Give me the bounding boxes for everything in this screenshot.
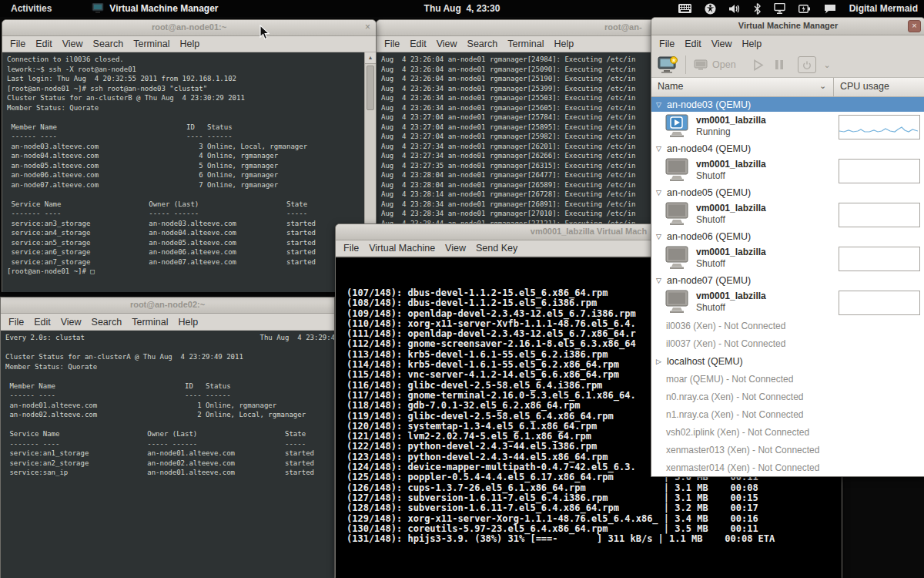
expander-open-icon[interactable]: ▽ (656, 277, 667, 284)
menu-file[interactable]: File (343, 243, 359, 254)
host-row-an-node07[interactable]: ▽ an-node07 (QEMU) (651, 273, 924, 287)
host-row-il0036[interactable]: il0036 (Xen) - Not Connected (651, 317, 924, 334)
focused-app-title: Virtual Machine Manager (109, 3, 218, 14)
bluetooth-icon[interactable] (754, 3, 761, 15)
scroll-up-icon[interactable]: ▴ (365, 52, 376, 64)
host-label: il0037 (Xen) - Not Connected (666, 338, 785, 349)
clock[interactable]: Thu Aug 4, 23:30 (424, 3, 500, 14)
expander-open-icon[interactable]: ▽ (656, 101, 667, 109)
menu-help[interactable]: Help (178, 317, 198, 328)
battery-icon[interactable] (798, 4, 811, 14)
menu-help[interactable]: Help (179, 39, 199, 49)
host-row-n1-nray[interactable]: n1.nray.ca (Xen) - Not Connected (651, 405, 924, 423)
menu-view[interactable]: View (445, 243, 466, 254)
host-row-localhost[interactable]: ▷ localhost (QEMU) (651, 352, 924, 370)
terminal-window-an-node01[interactable]: root@an-node01:~ × File Edit View Search… (2, 19, 377, 292)
volume-icon[interactable] (729, 4, 741, 14)
expander-closed-icon[interactable]: ▷ (656, 358, 667, 365)
display-icon[interactable] (774, 3, 785, 14)
activities-button[interactable]: Activities (11, 3, 52, 14)
column-header-cpu-usage[interactable]: CPU usage (840, 81, 889, 92)
menu-send-key[interactable]: Send Key (476, 243, 517, 254)
menu-edit[interactable]: Edit (35, 39, 52, 49)
terminal-window-an-node02[interactable]: root@an-node02:~ File Edit View Search T… (0, 297, 335, 578)
host-row-an-node06[interactable]: ▽ an-node06 (QEMU) (651, 229, 924, 244)
menu-virtual-machine[interactable]: Virtual Machine (369, 243, 435, 254)
play-icon (753, 59, 764, 71)
new-vm-button[interactable] (658, 56, 678, 74)
open-console-icon (694, 59, 708, 71)
cpu-usage-graph (839, 247, 920, 271)
vm-row-an-node05-vm0001[interactable]: vm0001_labzilla Shutoff (651, 200, 924, 229)
expander-open-icon[interactable]: ▽ (656, 145, 667, 153)
host-row-moar[interactable]: moar (QEMU) - Not Connected (651, 370, 924, 388)
close-icon[interactable]: × (908, 20, 921, 32)
host-row-an-node03[interactable]: ▽ an-node03 (QEMU) (651, 97, 924, 112)
menu-file[interactable]: File (10, 39, 25, 49)
menu-file[interactable]: File (8, 317, 24, 328)
vm-row-an-node04-vm0001[interactable]: vm0001_labzilla Shutoff (651, 156, 924, 185)
menu-file[interactable]: File (659, 39, 675, 49)
terminal3-titlebar[interactable]: root@an-node02:~ (1, 297, 334, 314)
open-button[interactable]: Open (694, 59, 736, 71)
cpu-usage-graph (839, 115, 920, 139)
vmm-titlebar[interactable]: Virtual Machine Manager × (651, 18, 924, 35)
terminal1-screen[interactable]: Connection to il0036 closed. lework:~$ s… (2, 52, 376, 292)
new-vm-icon (658, 56, 678, 74)
menu-terminal[interactable]: Terminal (132, 317, 168, 328)
keyboard-icon[interactable] (678, 4, 691, 13)
menu-edit[interactable]: Edit (410, 39, 427, 49)
focused-app-menu[interactable]: Virtual Machine Manager (92, 3, 218, 14)
menu-help[interactable]: Help (554, 39, 574, 49)
column-separator[interactable] (833, 78, 834, 96)
chat-bubble-icon[interactable] (824, 4, 836, 14)
menu-edit[interactable]: Edit (685, 39, 701, 49)
host-row-an-node05[interactable]: ▽ an-node05 (QEMU) (651, 185, 924, 200)
menu-view[interactable]: View (437, 39, 457, 49)
column-header-name[interactable]: Name (658, 81, 683, 92)
host-row-xenmaster013[interactable]: xenmaster013 (Xen) - Not Connected (651, 441, 924, 459)
terminal3-screen[interactable]: Every 2.0s: clustat Thu Aug 4 23:29:4 Cl… (1, 331, 334, 578)
expander-open-icon[interactable]: ▽ (656, 233, 667, 240)
expander-open-icon[interactable]: ▽ (656, 189, 667, 197)
accessibility-icon[interactable] (705, 3, 716, 15)
pause-button[interactable] (775, 59, 784, 70)
vm-row-an-node07-vm0001[interactable]: vm0001_labzilla Shutoff (651, 287, 924, 317)
host-label: an-node07 (QEMU) (667, 275, 751, 286)
scrollbar-thumb[interactable] (367, 66, 374, 110)
virtual-machine-manager-window[interactable]: Virtual Machine Manager × File Edit View… (651, 17, 924, 477)
vm-row-an-node06-vm0001[interactable]: vm0001_labzilla Shutoff (651, 244, 924, 273)
menu-terminal[interactable]: Terminal (133, 39, 169, 49)
user-menu[interactable]: Digital Mermaid (849, 3, 918, 14)
vm-row-an-node03-vm0001[interactable]: vm0001_labzilla Running (651, 112, 924, 141)
menu-view[interactable]: View (62, 39, 83, 49)
cpu-sparkline (839, 116, 918, 137)
menu-edit[interactable]: Edit (34, 317, 51, 328)
menu-file[interactable]: File (384, 39, 400, 49)
vmm-title: Virtual Machine Manager (651, 21, 924, 30)
vm-running-icon (664, 114, 690, 141)
vm-shutoff-icon (664, 158, 690, 185)
host-row-an-node04[interactable]: ▽ an-node04 (QEMU) (651, 141, 924, 156)
menu-search[interactable]: Search (92, 317, 122, 328)
cpu-usage-graph (839, 291, 920, 315)
shutdown-button[interactable] (798, 56, 816, 73)
host-label: vsh02.iplink (Xen) - Not Connected (666, 427, 809, 438)
menu-terminal[interactable]: Terminal (507, 39, 544, 49)
run-button[interactable] (753, 59, 764, 71)
sort-chevron-icon[interactable]: ⌄ (819, 81, 826, 91)
terminal3-menubar: File Edit View Search Terminal Help (1, 314, 334, 331)
terminal1-titlebar[interactable]: root@an-node01:~ × (2, 20, 376, 36)
host-row-xenmaster014[interactable]: xenmaster014 (Xen) - Not Connected (651, 459, 924, 476)
host-row-n0-nray[interactable]: n0.nray.ca (Xen) - Not Connected (651, 388, 924, 405)
close-icon[interactable]: × (365, 22, 370, 32)
host-row-il0037[interactable]: il0037 (Xen) - Not Connected (651, 334, 924, 352)
shutdown-menu-chevron-icon[interactable]: ⌄ (824, 60, 831, 70)
menu-search[interactable]: Search (467, 39, 498, 49)
menu-search[interactable]: Search (93, 39, 124, 49)
cpu-usage-graph (839, 203, 920, 227)
menu-view[interactable]: View (61, 317, 82, 328)
host-row-vsh02[interactable]: vsh02.iplink (Xen) - Not Connected (651, 423, 924, 441)
menu-view[interactable]: View (711, 39, 732, 49)
menu-help[interactable]: Help (742, 39, 762, 49)
